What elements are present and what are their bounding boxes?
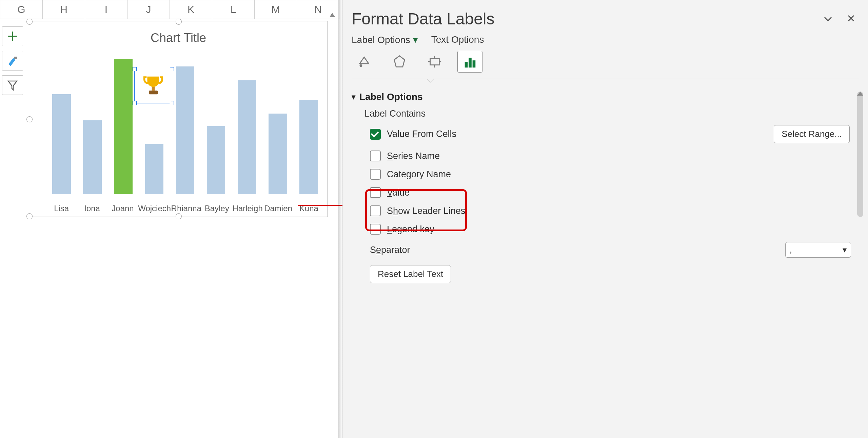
chart-filter-button[interactable] (2, 75, 23, 95)
resize-handle[interactable] (133, 101, 137, 105)
label-options-icon[interactable] (457, 51, 482, 73)
bar[interactable] (207, 126, 225, 194)
select-range-button[interactable]: Select Range... (774, 125, 850, 143)
column-header[interactable]: H (43, 0, 85, 19)
axis-tick-label: Rhianna (171, 204, 201, 213)
effects-icon[interactable] (387, 51, 412, 73)
svg-rect-4 (152, 87, 155, 91)
axis-tick-label: Iona (77, 204, 107, 213)
format-pane: Format Data Labels Label Options▾ Text O… (342, 0, 868, 438)
fill-line-icon[interactable] (352, 51, 377, 73)
resize-handle[interactable] (26, 116, 33, 122)
bar[interactable] (52, 94, 71, 194)
separator-row: Separator , ▾ (370, 242, 851, 258)
chart-object[interactable]: Chart Title Lisa Iona Joann Wojciech Rhi… (29, 21, 328, 217)
bar[interactable] (238, 80, 256, 194)
svg-rect-3 (14, 57, 17, 59)
separator-select[interactable]: , ▾ (785, 242, 851, 258)
pane-body: ▾ Label Options Label Contains Value Fro… (352, 88, 851, 435)
checkbox-icon[interactable] (370, 187, 381, 198)
svg-rect-10 (430, 58, 439, 65)
bar[interactable] (269, 114, 287, 194)
pane-divider[interactable] (338, 0, 342, 438)
check-category-name[interactable]: Category Name (370, 169, 851, 180)
plot-area[interactable] (46, 55, 324, 194)
check-series-name[interactable]: Series Name (370, 151, 851, 161)
checkbox-icon[interactable] (370, 129, 381, 140)
checkbox-icon[interactable] (370, 224, 381, 235)
bar[interactable] (176, 66, 195, 194)
pane-scrollbar[interactable] (857, 92, 863, 217)
axis-tick-label: Wojciech (138, 204, 171, 213)
resize-handle[interactable] (133, 67, 137, 71)
group-header-label-options[interactable]: ▾ Label Options (352, 92, 851, 102)
column-header[interactable]: I (85, 0, 127, 19)
size-properties-icon[interactable] (422, 51, 447, 73)
bar[interactable] (145, 144, 164, 194)
data-label-selected[interactable] (134, 69, 172, 103)
axis-tick-label: Lisa (46, 204, 77, 213)
tab-label-options[interactable]: Label Options▾ (352, 34, 418, 45)
column-header[interactable]: K (170, 0, 212, 19)
resize-handle[interactable] (176, 213, 182, 219)
chart-elements-button[interactable] (2, 26, 23, 46)
column-header[interactable]: G (0, 0, 43, 19)
chart-quick-tools (2, 26, 23, 95)
bar[interactable] (299, 100, 318, 194)
trophy-icon (141, 74, 165, 99)
svg-rect-15 (465, 62, 468, 67)
resize-handle[interactable] (176, 19, 182, 25)
svg-rect-16 (469, 58, 472, 68)
svg-rect-5 (149, 91, 158, 94)
chart-styles-button[interactable] (2, 51, 23, 71)
reset-label-text-button[interactable]: Reset Label Text (370, 265, 451, 283)
svg-point-8 (360, 64, 362, 67)
svg-marker-0 (330, 13, 335, 17)
bar-series[interactable] (46, 55, 324, 194)
tab-text-options[interactable]: Text Options (431, 34, 484, 45)
column-header[interactable]: J (127, 0, 170, 19)
axis-tick-label: Joann (107, 204, 138, 213)
chevron-down-icon: ▾ (352, 93, 355, 101)
resize-handle[interactable] (170, 67, 174, 71)
svg-marker-9 (394, 56, 405, 67)
svg-rect-17 (473, 60, 476, 67)
check-value-from-cells[interactable]: Value From Cells Select Range... (370, 125, 851, 143)
checkbox-icon[interactable] (370, 169, 381, 180)
chevron-down-icon: ▾ (843, 245, 847, 255)
bar[interactable] (83, 120, 102, 194)
axis-tick-label: Bayley (202, 204, 232, 213)
scroll-up-icon (857, 92, 863, 96)
column-header[interactable]: M (255, 0, 297, 19)
axis-tick-label: Harleigh (232, 204, 263, 213)
category-axis[interactable]: Lisa Iona Joann Wojciech Rhianna Bayley … (46, 204, 324, 213)
checkbox-icon[interactable] (370, 205, 381, 216)
axis-tick-label: Damien (263, 204, 293, 213)
chart-title[interactable]: Chart Title (29, 31, 328, 45)
pane-title: Format Data Labels (352, 9, 495, 28)
pane-close-button[interactable] (847, 14, 855, 24)
check-legend-key[interactable]: Legend key (370, 224, 851, 235)
resize-handle[interactable] (26, 19, 33, 25)
check-show-leader-lines[interactable]: Show Leader Lines (370, 205, 851, 216)
checkbox-icon[interactable] (370, 151, 381, 161)
resize-handle[interactable] (26, 213, 33, 219)
resize-handle[interactable] (170, 101, 174, 105)
bar-highlight[interactable] (114, 59, 133, 194)
pane-category-icons (343, 49, 868, 73)
label-contains-header: Label Contains (364, 108, 851, 119)
pane-options-button[interactable] (823, 14, 833, 24)
check-value[interactable]: Value (370, 187, 851, 198)
column-header[interactable]: L (212, 0, 255, 19)
